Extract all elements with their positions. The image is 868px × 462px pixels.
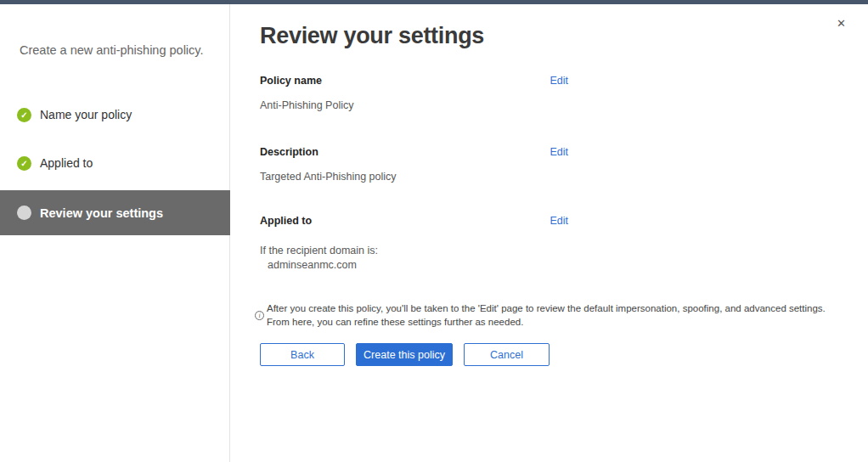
current-step-bullet-icon: [17, 206, 31, 220]
check-icon: ✓: [17, 108, 31, 122]
edit-policy-name-link[interactable]: Edit: [550, 75, 568, 87]
check-icon: ✓: [17, 156, 31, 171]
policy-name-label: Policy name: [260, 75, 322, 87]
step-label: Review your settings: [40, 206, 163, 220]
applied-to-domain-value: adminseanmc.com: [260, 259, 568, 271]
applied-to-label: Applied to: [260, 215, 312, 227]
wizard-button-row: Back Create this policy Cancel: [260, 343, 550, 366]
step-label: Name your policy: [40, 108, 132, 121]
applied-to-condition: If the recipient domain is:: [260, 245, 568, 256]
edit-applied-to-link[interactable]: Edit: [550, 215, 568, 227]
applied-to-section: Applied to Edit If the recipient domain …: [260, 215, 568, 271]
close-icon[interactable]: ✕: [837, 18, 846, 29]
policy-name-section: Policy name Edit Anti-Phishing Policy: [260, 75, 568, 111]
sidebar-step-review-your-settings[interactable]: Review your settings: [0, 190, 230, 235]
info-note-text: After you create this policy, you'll be …: [267, 302, 826, 329]
back-button[interactable]: Back: [260, 343, 345, 366]
step-label: Applied to: [40, 156, 93, 170]
sidebar-step-applied-to[interactable]: ✓ Applied to: [0, 155, 230, 171]
description-value: Targeted Anti-Phishing policy: [260, 171, 568, 183]
description-label: Description: [260, 146, 318, 158]
info-note-line2: From here, you can refine these settings…: [267, 316, 826, 330]
wizard-step-sidebar: Create a new anti-phishing policy. ✓ Nam…: [0, 4, 230, 462]
info-note-line1: After you create this policy, you'll be …: [267, 302, 826, 316]
page-title: Review your settings: [260, 23, 484, 49]
wizard-intro-text: Create a new anti-phishing policy.: [20, 42, 205, 59]
policy-name-value: Anti-Phishing Policy: [260, 99, 568, 111]
info-icon: i: [255, 311, 264, 320]
edit-description-link[interactable]: Edit: [550, 146, 568, 158]
description-section: Description Edit Targeted Anti-Phishing …: [260, 146, 568, 183]
sidebar-step-name-your-policy[interactable]: ✓ Name your policy: [0, 107, 230, 122]
info-note: i After you create this policy, you'll b…: [255, 302, 826, 329]
cancel-button[interactable]: Cancel: [464, 343, 550, 366]
review-settings-panel: ✕ Review your settings Policy name Edit …: [231, 4, 868, 462]
create-this-policy-button[interactable]: Create this policy: [356, 343, 453, 366]
